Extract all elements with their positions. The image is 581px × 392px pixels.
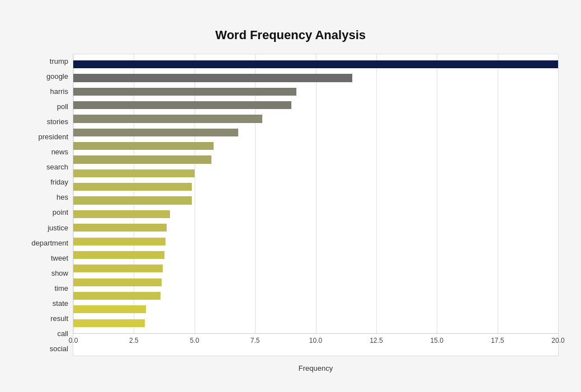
bar <box>73 238 166 245</box>
bar <box>73 88 296 96</box>
bar-row <box>73 221 558 234</box>
bar-row <box>73 317 558 330</box>
bar <box>73 292 160 300</box>
bar <box>73 278 162 286</box>
x-tick: 5.0 <box>190 337 199 344</box>
bar <box>73 224 167 232</box>
x-tick: 7.5 <box>251 337 260 344</box>
bar-row <box>73 153 558 166</box>
bar-row <box>73 139 558 153</box>
y-axis: trumpgoogleharrispollstoriespresidentnew… <box>22 54 73 356</box>
y-label: social <box>50 345 68 352</box>
bar-row <box>73 303 558 316</box>
y-label: state <box>53 300 68 307</box>
y-label: justice <box>48 224 68 232</box>
bar-row <box>73 207 558 221</box>
bar-row <box>73 248 558 262</box>
bar-row <box>73 234 558 248</box>
bar <box>73 196 192 204</box>
y-label: hes <box>56 193 68 201</box>
grid-and-bars <box>73 54 558 333</box>
y-label: harris <box>50 88 68 95</box>
y-label: department <box>31 239 68 247</box>
y-label: result <box>50 315 68 322</box>
bar <box>73 265 163 272</box>
plot-area: Frequency 0.02.55.07.510.012.515.017.520… <box>73 54 559 356</box>
bar-row <box>73 126 558 139</box>
bar <box>73 319 145 327</box>
y-label: stories <box>47 118 68 125</box>
y-label: show <box>51 270 68 277</box>
bar-row <box>73 289 558 303</box>
y-label: news <box>51 148 68 155</box>
y-label: point <box>53 209 68 216</box>
y-label: google <box>46 73 68 80</box>
bar <box>73 155 211 163</box>
y-label: time <box>54 285 68 292</box>
bars-container <box>73 54 558 333</box>
x-tick: 2.5 <box>129 337 139 344</box>
bar-row <box>73 85 558 98</box>
bar <box>73 305 146 313</box>
chart-title: Word Frequency Analysis <box>22 22 559 42</box>
bar <box>73 60 558 68</box>
bar-row <box>73 71 558 84</box>
x-tick: 12.5 <box>370 337 382 344</box>
bar <box>73 129 238 136</box>
x-tick: 17.5 <box>491 337 504 344</box>
bar-row <box>73 112 558 125</box>
bar <box>73 115 262 122</box>
bar-row <box>73 167 558 180</box>
y-label: friday <box>50 178 68 186</box>
bar-row <box>73 193 558 207</box>
y-label: call <box>57 330 68 337</box>
y-label: search <box>46 163 68 171</box>
chart-container: Word Frequency Analysis trumpgoogleharri… <box>11 11 570 392</box>
bar <box>73 169 195 177</box>
x-axis: Frequency 0.02.55.07.510.012.515.017.520… <box>73 333 558 356</box>
bar <box>73 210 170 218</box>
bar <box>73 251 164 259</box>
bar <box>73 183 192 191</box>
bar-row <box>73 58 558 71</box>
x-tick: 10.0 <box>309 337 322 344</box>
y-label: president <box>39 133 68 140</box>
x-tick: 0.0 <box>69 337 78 344</box>
bar-row <box>73 180 558 193</box>
x-tick: 15.0 <box>431 337 443 344</box>
bar <box>73 142 214 150</box>
bar-row <box>73 98 558 112</box>
y-label: poll <box>57 103 68 110</box>
bar-row <box>73 276 558 289</box>
bar <box>73 74 352 82</box>
x-tick: 20.0 <box>551 337 564 344</box>
bar-row <box>73 262 558 275</box>
y-label: tweet <box>51 254 68 262</box>
chart-area: trumpgoogleharrispollstoriespresidentnew… <box>22 54 559 356</box>
y-label: trump <box>50 58 68 65</box>
x-axis-label: Frequency <box>73 364 558 372</box>
bar <box>73 101 291 109</box>
